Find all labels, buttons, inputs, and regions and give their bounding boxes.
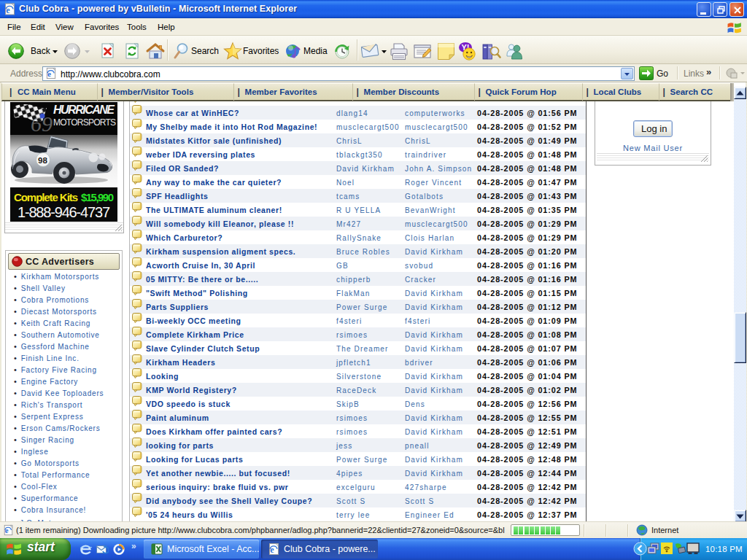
svg-text:$15,990: $15,990 (81, 191, 114, 203)
svg-text:Complete Kits: Complete Kits (14, 191, 78, 203)
svg-text:HURRICANE: HURRICANE (53, 104, 115, 116)
svg-text:1-888-946-4737: 1-888-946-4737 (18, 204, 110, 220)
svg-text:98: 98 (38, 156, 47, 165)
svg-text:MOTORSPORTS: MOTORSPORTS (53, 117, 116, 128)
